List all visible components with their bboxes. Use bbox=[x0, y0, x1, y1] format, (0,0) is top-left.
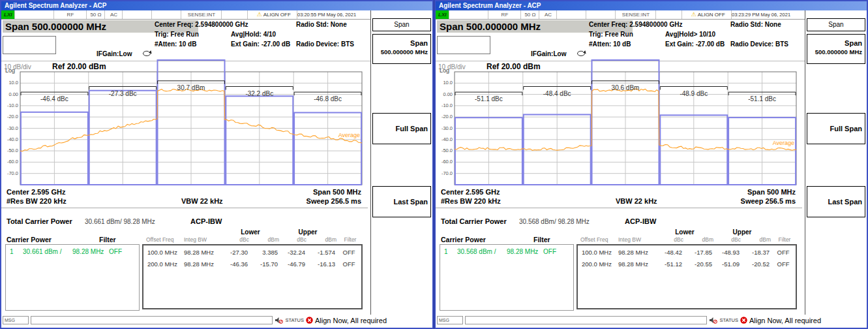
lxi-badge: LXI bbox=[1, 10, 15, 19]
status-cell bbox=[222, 10, 248, 19]
lower-group-header: Lower bbox=[656, 228, 713, 236]
msg-box: MSG bbox=[437, 316, 463, 324]
rf-indicator: RF bbox=[54, 10, 87, 19]
measurement-name: ACP-IBW bbox=[190, 217, 222, 225]
alert-message[interactable]: Align Now, All required bbox=[749, 317, 821, 324]
svg-text:-46.8 dBc: -46.8 dBc bbox=[314, 95, 342, 102]
log-scale-label: Log bbox=[5, 67, 15, 74]
atten-readout: #Atten: 10 dB bbox=[155, 40, 196, 48]
offset-col-header: dBm bbox=[249, 236, 279, 243]
last-span-softkey[interactable]: Last Span bbox=[807, 186, 865, 217]
svg-text:30.6 dBm: 30.6 dBm bbox=[612, 84, 640, 91]
speaker-mute-icon bbox=[275, 317, 283, 324]
ifgain-readout: IFGain:Low bbox=[531, 50, 566, 57]
offset-col-header: Offset Freq bbox=[146, 236, 183, 243]
offset-cell: OFF bbox=[338, 249, 360, 256]
y-axis-tick-label: -20.0 bbox=[7, 114, 18, 119]
error-icon bbox=[740, 317, 747, 324]
avg-hold-readout: Avg|Hold> 10/10 bbox=[665, 31, 715, 38]
active-entry-box[interactable] bbox=[437, 36, 490, 54]
last-span-softkey[interactable]: Last Span bbox=[372, 186, 431, 217]
offset-cell: -1.574 bbox=[305, 249, 335, 256]
window-body: LXI RF 50 Ω AC SENSE:INT ⚠ ALIGN OFF 03:… bbox=[1, 10, 432, 315]
align-status-label: ALIGN OFF bbox=[263, 12, 291, 18]
analyzer-window: Agilent Spectrum Analyzer - ACP LXI RF 5… bbox=[0, 0, 434, 329]
status-cell bbox=[15, 10, 54, 19]
coupling-indicator: AC bbox=[539, 10, 557, 19]
svg-text:-51.1 dBc: -51.1 dBc bbox=[748, 95, 776, 102]
offset-cell: -51.09 bbox=[712, 260, 740, 268]
offset-col-header: Integ BW bbox=[618, 236, 656, 243]
log-scale-label: Log bbox=[440, 67, 449, 74]
carrier-filter-header: Filter bbox=[533, 236, 550, 243]
offset-col-header: Integ BW bbox=[184, 236, 222, 243]
vbw-annotation: VBW 22 kHz bbox=[181, 197, 223, 205]
span-annotation: Span 500 MHz bbox=[313, 188, 361, 196]
svg-text:-32.2 dBc: -32.2 dBc bbox=[245, 90, 273, 97]
span-softkey[interactable]: Span 500.000000 MHz bbox=[372, 34, 431, 64]
full-span-softkey[interactable]: Full Span bbox=[372, 113, 431, 144]
spectrum-chart: -51.1 dBc-48.4 dBc30.6 dBm-48.9 dBc-51.1… bbox=[454, 59, 797, 186]
active-entry-box[interactable] bbox=[3, 36, 56, 54]
error-icon bbox=[306, 317, 313, 324]
status-cell bbox=[557, 10, 586, 19]
radio-device-readout: Radio Device: BTS bbox=[296, 40, 354, 48]
svg-text:Average: Average bbox=[773, 140, 794, 146]
y-axis-tick-label: -40.0 bbox=[441, 136, 453, 142]
span-softkey[interactable]: Span 500.000000 MHz bbox=[807, 34, 865, 64]
offset-cell: 98.28 MHz bbox=[184, 249, 222, 256]
offset-cell: -16.13 bbox=[305, 260, 335, 268]
trigger-readout: Trig: Free Run bbox=[155, 31, 199, 38]
measurement-area: LXI RF 50 Ω AC SENSE:INT ⚠ ALIGN OFF 03:… bbox=[1, 10, 370, 315]
y-axis-tick-label: -70.0 bbox=[441, 170, 453, 176]
center-freq-annotation: Center 2.595 GHz bbox=[7, 188, 65, 196]
span-softkey-value: 500.000000 MHz bbox=[807, 48, 862, 56]
y-axis-tick-label: -60.0 bbox=[441, 159, 453, 164]
offset-col-header: Filter bbox=[338, 236, 363, 243]
carrier-index: 1 bbox=[444, 248, 448, 255]
offset-cell: -48.42 bbox=[655, 249, 682, 256]
offset-col-header: dBc bbox=[279, 236, 307, 243]
status-cell bbox=[152, 10, 181, 19]
rf-indicator: RF bbox=[488, 10, 521, 19]
y-axis-tick-label: -50.0 bbox=[7, 148, 18, 153]
avg-hold-readout: Avg|Hold: 4/10 bbox=[231, 31, 276, 38]
offset-cell: -32.24 bbox=[278, 249, 305, 256]
align-status: ⚠ ALIGN OFF bbox=[682, 10, 732, 19]
status-cluster: STATUS Align Now, All required bbox=[709, 317, 821, 324]
offset-cell: -18.37 bbox=[740, 249, 770, 256]
measurement-area: LXI RF 50 Ω AC SENSE:INT ⚠ ALIGN OFF 03:… bbox=[436, 10, 805, 315]
svg-text:Average: Average bbox=[338, 132, 360, 138]
window-titlebar[interactable]: Agilent Spectrum Analyzer - ACP bbox=[436, 1, 867, 10]
window-body: LXI RF 50 Ω AC SENSE:INT ⚠ ALIGN OFF 03:… bbox=[436, 10, 867, 315]
sweep-annotation: Sweep 256.5 ms bbox=[307, 197, 361, 205]
total-carrier-power-label: Total Carrier Power bbox=[441, 217, 507, 225]
table-row: 100.0 MHz 98.28 MHz -27.30 3.385 -32.24 … bbox=[143, 249, 361, 258]
center-freq-readout: Center Freq: 2.594800000 GHz bbox=[155, 21, 248, 28]
carrier-power-list: 1 30.568 dBm / 98.28 MHz OFF bbox=[440, 244, 574, 311]
status-cell bbox=[586, 10, 616, 19]
center-freq-annotation: Center 2.595 GHz bbox=[441, 188, 500, 196]
divider bbox=[436, 208, 802, 208]
message-area bbox=[465, 316, 707, 324]
offset-cell: -27.30 bbox=[220, 249, 248, 256]
offset-col-header: dBm bbox=[683, 236, 713, 243]
window-titlebar[interactable]: Agilent Spectrum Analyzer - ACP bbox=[1, 1, 432, 10]
sweep-annotation: Sweep 256.5 ms bbox=[741, 197, 796, 205]
alert-message[interactable]: Align Now, All required bbox=[315, 317, 387, 324]
status-label: STATUS bbox=[285, 317, 303, 323]
settings-header: Span 500.000000 MHz IFGain:Low Center Fr… bbox=[1, 19, 370, 61]
table-row: 200.0 MHz 98.28 MHz -46.36 -15.70 -46.79… bbox=[143, 260, 361, 270]
carrier-filter-header: Filter bbox=[99, 236, 116, 243]
offset-cell: OFF bbox=[338, 260, 360, 268]
menu-title: Span bbox=[807, 18, 865, 31]
speaker-mute-icon bbox=[709, 317, 717, 324]
ext-gain-readout: Ext Gain: -27.00 dB bbox=[665, 40, 725, 48]
offset-cell: OFF bbox=[772, 260, 794, 268]
instrument-status-strip: LXI RF 50 Ω AC SENSE:INT ⚠ ALIGN OFF 03:… bbox=[436, 10, 805, 20]
divider bbox=[1, 208, 368, 208]
full-span-softkey[interactable]: Full Span bbox=[807, 113, 865, 144]
message-area bbox=[31, 316, 273, 324]
offset-col-header: dBc bbox=[656, 236, 683, 243]
carrier-power: 30.661 dBm / bbox=[23, 248, 61, 255]
